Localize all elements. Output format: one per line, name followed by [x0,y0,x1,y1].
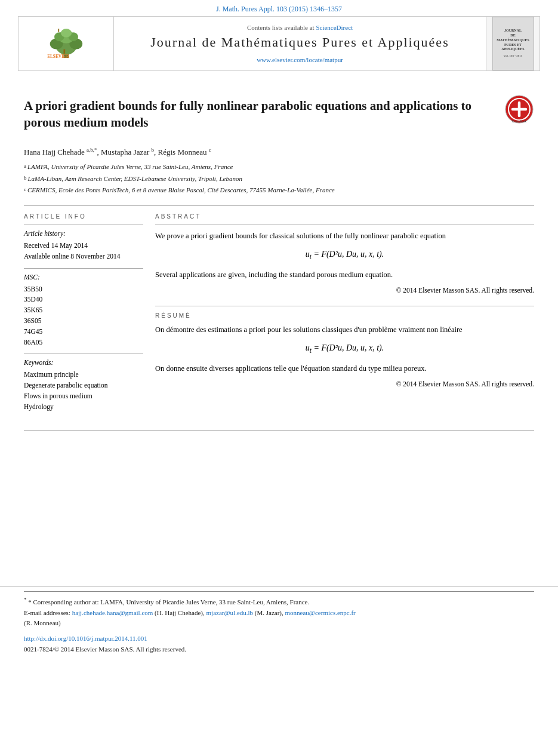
msc-code-3: 35K65 [24,305,143,316]
contents-available-text: Contents lists available at ScienceDirec… [247,24,353,31]
article-info-column: ARTICLE INFO Article history: Received 1… [24,212,143,419]
article-msc-block: MSC: 35B50 35D40 35K65 36S05 74G45 86A05 [24,268,143,348]
svg-rect-8 [58,29,59,32]
elsevier-logo-section: ELSEVIER [19,17,114,70]
footer-monneau-name: (R. Monneau) [24,618,534,629]
article-info-heading: ARTICLE INFO [24,212,143,222]
keyword-1: Maximum principle [24,370,143,380]
resume-copyright: © 2014 Elsevier Masson SAS. All rights r… [155,379,534,390]
paper-title: A priori gradient bounds for fully nonli… [24,97,477,131]
abstract-heading: ABSTRACT [155,212,534,222]
journal-title-section: Contents lists available at ScienceDirec… [114,17,486,70]
keyword-4: Hydrology [24,402,143,413]
blank-area [0,442,558,562]
elsevier-tree-icon: ELSEVIER [42,29,90,59]
journal-title: Journal de Mathématiques Pures et Appliq… [150,35,449,50]
footer-section: * * Corresponding author at: LAMFA, Univ… [0,586,558,654]
affiliation-b: b LaMA-Liban, Azm Research Center, EDST-… [24,174,534,185]
email-jazar[interactable]: mjazar@ul.edu.lb [206,609,254,616]
main-content: A priori gradient bounds for fully nonli… [0,71,558,442]
msc-code-5: 74G45 [24,327,143,337]
journal-url[interactable]: www.elsevier.com/locate/matpur [257,56,343,63]
doi-link[interactable]: http://dx.doi.org/10.1016/j.matpur.2014.… [24,634,534,644]
svg-text:ELSEVIER: ELSEVIER [47,54,69,59]
journal-thumbnail-section: JOURNAL DE MATHÉMATIQUES PURES ET APPLIQ… [486,17,539,70]
affiliation-c: c CERMICS, Ecole des Ponts ParisTech, 6 … [24,185,534,196]
email-hajj[interactable]: hajj.chehade.hana@gmail.com [72,609,153,616]
msc-code-2: 35D40 [24,294,143,305]
resume-text-2: On donne ensuite diverses applications t… [155,362,534,374]
affiliations-section: a LAMFA, University of Picardie Jules Ve… [24,162,534,196]
msc-code-1: 35B50 [24,284,143,295]
two-col-section: ARTICLE INFO Article history: Received 1… [24,212,534,419]
svg-text:CrossMark: CrossMark [512,119,527,123]
sciencedirect-link[interactable]: ScienceDirect [316,24,353,31]
msc-code-4: 36S05 [24,316,143,327]
resume-equation-1: ut = F(D²u, Du, u, x, t). [155,342,534,357]
elsevier-logo: ELSEVIER [30,23,102,64]
msc-code-6: 86A05 [24,337,143,348]
abstract-copyright: © 2014 Elsevier Masson SAS. All rights r… [155,285,534,296]
svg-point-7 [60,29,71,38]
email-monneau[interactable]: monneau@cermics.enpc.fr [285,609,356,616]
footer-emails: E-mail addresses: hajj.chehade.hana@gmai… [24,608,534,619]
footer-star-note: * * Corresponding author at: LAMFA, Univ… [24,595,534,607]
issn-line: 0021-7824/© 2014 Elsevier Masson SAS. Al… [24,644,534,655]
svg-rect-9 [63,50,65,54]
resume-section: RÉSUMÉ On démontre des estimations a pri… [155,306,534,390]
abstract-equation-1: ut = F(D²u, Du, u, x, t). [155,248,534,263]
article-keywords-block: Keywords: Maximum principle Degenerate p… [24,354,143,412]
authors-line: Hana Hajj Chehade a,b,*, Mustapha Jazar … [24,147,534,157]
footer-divider [24,430,534,431]
abstract-text-2: Several applications are given, includin… [155,269,534,281]
abstract-text-1: We prove a priori gradient bounds for cl… [155,230,534,242]
journal-thumbnail: JOURNAL DE MATHÉMATIQUES PURES ET APPLIQ… [492,17,534,70]
resume-text-1: On démontre des estimations a priori pou… [155,324,534,336]
keyword-3: Flows in porous medium [24,391,143,402]
crossmark-badge[interactable]: CrossMark [504,94,534,124]
resume-heading: RÉSUMÉ [155,306,534,321]
journal-header: ELSEVIER Contents lists available at Sci… [18,16,540,71]
header-divider [24,205,534,206]
article-history-block: Article history: Received 14 May 2014 Av… [24,225,143,262]
journal-reference: J. Math. Pures Appl. 103 (2015) 1346–135… [0,0,558,16]
keyword-2: Degenerate parabolic equation [24,380,143,391]
affiliation-a: a LAMFA, University of Picardie Jules Ve… [24,162,534,173]
abstract-column: ABSTRACT We prove a priori gradient boun… [155,212,534,419]
